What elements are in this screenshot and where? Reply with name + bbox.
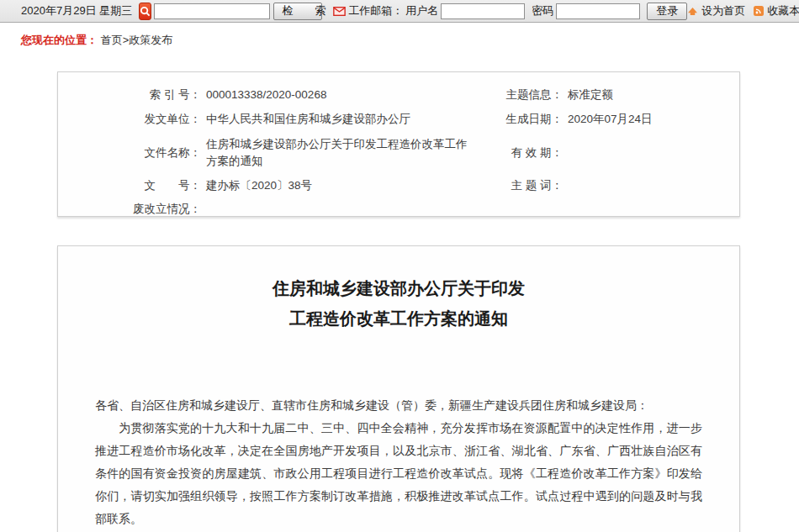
set-home-link[interactable]: 设为首页 [701,3,745,18]
meta-label-generate-date: 生成日期： [492,112,568,127]
current-date: 2020年7月29日 星期三 [21,3,132,18]
username-label: 用户名 [405,3,438,18]
document-title-line1: 住房和城乡建设部办公厅关于印发 [95,273,702,303]
meta-label-topic-info: 主题信息： [492,87,568,103]
meta-value-topic-info: 标准定额 [568,87,722,103]
breadcrumb: 您现在的位置： 首页>政策发布 [0,23,799,56]
retrieve-button[interactable]: 检 索 [273,3,322,20]
meta-value-file-name: 住房和城乡建设部办公厅关于印发工程造价改革工作方案的通知 [206,136,492,171]
password-label: 密码 [532,3,553,18]
meta-label-file-name: 文件名称： [107,145,206,161]
meta-label-repeal-status: 废改立情况： [107,202,206,217]
meta-value-doc-number: 建办标〔2020〕38号 [206,177,492,194]
set-home-icon [687,7,698,16]
meta-label-subject-words: 主 题 词： [492,178,568,193]
meta-label-index-number: 索 引 号： [107,87,206,103]
meta-value-issuing-unit: 中华人民共和国住房和城乡建设部办公厅 [206,111,492,128]
metadata-grid: 索 引 号： 000013338/2020-00268 主题信息： 标准定额 发… [58,72,739,217]
breadcrumb-location-label: 您现在的位置： [21,34,98,46]
work-email-label: 工作邮箱： [348,3,403,18]
document-body: 各省、自治区住房和城乡建设厅、直辖市住房和城乡建设（管）委，新疆生产建设兵团住房… [95,394,702,532]
topbar: 2020年7月29日 星期三 检 索 工作邮箱： 用户名 密码 登录 设为首页 [0,0,799,23]
document-metadata-panel: 索 引 号： 000013338/2020-00268 主题信息： 标准定额 发… [57,71,740,217]
document-content-panel: 住房和城乡建设部办公厅关于印发 工程造价改革工作方案的通知 各省、自治区住房和城… [57,245,740,532]
meta-label-doc-number: 文 号： [107,178,206,193]
mail-icon [333,7,346,16]
topbar-right-links: 设为首页 收藏本站 [687,3,799,18]
document-salutation: 各省、自治区住房和城乡建设厅、直辖市住房和城乡建设（管）委，新疆生产建设兵团住房… [95,394,702,417]
meta-label-validity: 有 效 期： [492,145,568,161]
username-field[interactable] [441,3,525,19]
document-title-line2: 工程造价改革工作方案的通知 [95,303,702,334]
meta-value-index-number: 000013338/2020-00268 [206,87,492,103]
password-field[interactable] [556,3,640,19]
meta-value-generate-date: 2020年07月24日 [568,111,722,128]
document-title: 住房和城乡建设部办公厅关于印发 工程造价改革工作方案的通知 [95,273,702,334]
search-input[interactable] [154,3,270,19]
search-icon[interactable] [139,3,151,20]
document-paragraph: 为贯彻落实党的十九大和十九届二中、三中、四中全会精神，充分发挥市场在资源配置中的… [95,417,702,530]
bookmark-link[interactable]: 收藏本站 [767,3,799,18]
breadcrumb-path[interactable]: 首页>政策发布 [101,34,173,46]
login-button[interactable]: 登录 [647,3,687,20]
bookmark-icon [754,6,764,16]
meta-label-issuing-unit: 发文单位： [107,112,206,127]
